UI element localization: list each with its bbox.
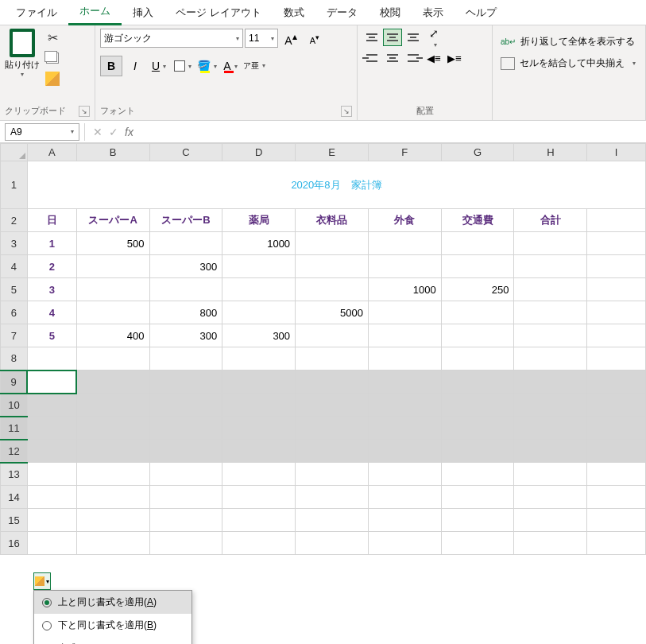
align-center-button[interactable] <box>383 49 402 67</box>
cell[interactable] <box>514 255 587 278</box>
cell[interactable] <box>222 301 296 324</box>
cell[interactable]: 3 <box>27 278 76 301</box>
cell[interactable] <box>149 278 222 301</box>
merge-center-button[interactable]: セルを結合して中央揃え▾ <box>497 55 639 72</box>
row-header-14[interactable]: 14 <box>1 486 28 509</box>
font-name-select[interactable]: 游ゴシック▾ <box>100 29 243 48</box>
cell[interactable] <box>222 255 296 278</box>
cell[interactable] <box>441 370 514 394</box>
tab-file[interactable]: ファイル <box>5 1 68 25</box>
row-header-15[interactable]: 15 <box>1 509 28 532</box>
cell[interactable] <box>587 301 646 324</box>
cell[interactable]: 1 <box>27 232 76 255</box>
cell[interactable] <box>149 509 222 532</box>
cell[interactable]: 衣料品 <box>296 209 369 232</box>
cell[interactable] <box>296 532 369 555</box>
cell[interactable] <box>368 532 441 555</box>
cell[interactable] <box>587 532 646 555</box>
col-header-C[interactable]: C <box>149 144 222 161</box>
cell[interactable] <box>514 370 587 394</box>
tab-page-layout[interactable]: ページ レイアウト <box>164 1 273 25</box>
cell[interactable] <box>368 232 441 255</box>
cell[interactable] <box>27 463 76 486</box>
row-header-3[interactable]: 3 <box>1 232 28 255</box>
fill-color-button[interactable]: 🪣▾ <box>195 56 218 76</box>
cell[interactable]: 合計 <box>514 209 587 232</box>
cell[interactable]: 4 <box>27 301 76 324</box>
cell[interactable] <box>76 509 149 532</box>
cell[interactable] <box>514 440 587 463</box>
name-box[interactable]: A9▾ <box>5 123 79 141</box>
col-header-B[interactable]: B <box>76 144 149 161</box>
cell[interactable] <box>441 301 514 324</box>
col-header-D[interactable]: D <box>222 144 296 161</box>
row-header-12[interactable]: 12 <box>1 440 28 463</box>
cell[interactable] <box>149 394 222 417</box>
col-header-F[interactable]: F <box>368 144 441 161</box>
cell[interactable] <box>368 370 441 394</box>
cancel-formula-icon[interactable]: ✕ <box>93 126 103 138</box>
row-header-2[interactable]: 2 <box>1 209 28 232</box>
cell[interactable] <box>296 278 369 301</box>
orientation-button[interactable]: ⤢▾ <box>424 29 443 46</box>
tab-view[interactable]: 表示 <box>412 1 455 25</box>
cell[interactable] <box>149 463 222 486</box>
cell[interactable] <box>368 301 441 324</box>
border-button[interactable]: ▾ <box>172 56 194 76</box>
cell[interactable] <box>514 509 587 532</box>
cell[interactable] <box>149 417 222 440</box>
cell[interactable] <box>514 324 587 347</box>
cut-button[interactable]: ✂ <box>43 29 62 46</box>
cell[interactable] <box>368 347 441 370</box>
cell[interactable] <box>222 394 296 417</box>
cell[interactable] <box>587 232 646 255</box>
cell[interactable]: 5000 <box>296 301 369 324</box>
cell[interactable] <box>149 440 222 463</box>
decrease-indent-button[interactable]: ◀≡ <box>424 49 443 67</box>
decrease-font-button[interactable]: A▾ <box>304 29 326 49</box>
tab-help[interactable]: ヘルプ <box>455 1 508 25</box>
cell[interactable] <box>368 255 441 278</box>
cell[interactable] <box>296 347 369 370</box>
copy-button[interactable] <box>43 49 62 67</box>
tab-formulas[interactable]: 数式 <box>273 1 315 25</box>
cell[interactable]: 1000 <box>368 278 441 301</box>
font-launcher[interactable]: ↘ <box>341 106 352 117</box>
cell[interactable] <box>296 370 369 394</box>
cell[interactable] <box>587 370 646 394</box>
row-header-16[interactable]: 16 <box>1 532 28 555</box>
row-header-4[interactable]: 4 <box>1 255 28 278</box>
cell[interactable] <box>441 324 514 347</box>
tab-data[interactable]: データ <box>315 1 369 25</box>
cell[interactable] <box>76 440 149 463</box>
cell[interactable] <box>587 417 646 440</box>
cell[interactable] <box>587 486 646 509</box>
cell[interactable] <box>587 278 646 301</box>
cell[interactable] <box>514 532 587 555</box>
row-header-9[interactable]: 9 <box>1 370 28 394</box>
cell[interactable] <box>222 440 296 463</box>
col-header-E[interactable]: E <box>296 144 369 161</box>
cell[interactable] <box>76 347 149 370</box>
fx-icon[interactable]: fx <box>125 126 133 138</box>
cell[interactable]: 2 <box>27 255 76 278</box>
cell[interactable] <box>76 394 149 417</box>
cell[interactable]: 1000 <box>222 232 296 255</box>
cell[interactable] <box>296 394 369 417</box>
cell[interactable] <box>296 486 369 509</box>
cell[interactable] <box>222 278 296 301</box>
select-all-button[interactable] <box>1 144 28 161</box>
cell[interactable] <box>149 486 222 509</box>
cell[interactable] <box>441 440 514 463</box>
cell[interactable]: 800 <box>149 301 222 324</box>
col-header-I[interactable]: I <box>587 144 646 161</box>
cell[interactable] <box>441 417 514 440</box>
cell[interactable] <box>296 324 369 347</box>
cell[interactable] <box>587 394 646 417</box>
cell[interactable] <box>514 463 587 486</box>
cell[interactable] <box>222 347 296 370</box>
cell[interactable]: 250 <box>441 278 514 301</box>
menu-item-format-below[interactable]: 下と同じ書式を適用(B) <box>34 614 191 637</box>
cell[interactable]: スーパーB <box>149 209 222 232</box>
cell[interactable] <box>76 278 149 301</box>
